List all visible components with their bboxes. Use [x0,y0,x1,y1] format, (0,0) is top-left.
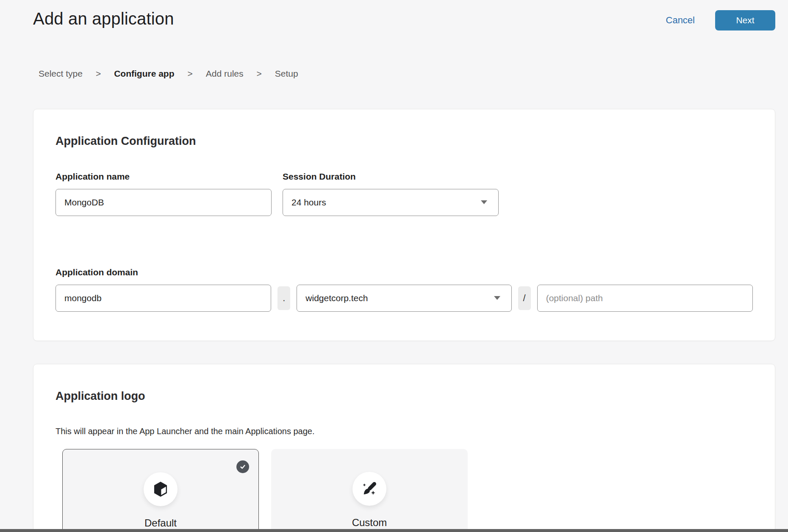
breadcrumb-step-add-rules[interactable]: Add rules [206,69,244,79]
application-logo-description: This will appear in the App Launcher and… [55,426,753,436]
application-logo-heading: Application logo [55,389,753,403]
session-duration-select[interactable]: 24 hours [283,189,499,216]
custom-logo-circle [352,472,386,506]
dot-separator: . [277,286,290,310]
cancel-button[interactable]: Cancel [666,15,695,26]
session-duration-label: Session Duration [283,171,499,182]
subdomain-input[interactable] [55,285,271,312]
logo-option-default[interactable]: Default [62,449,259,532]
selected-check-badge [236,460,249,473]
check-icon [239,463,246,470]
logo-option-custom[interactable]: Custom [271,449,468,532]
application-name-label: Application name [55,171,272,182]
breadcrumb-step-select-type[interactable]: Select type [39,69,83,79]
breadcrumb-step-setup[interactable]: Setup [275,69,298,79]
application-configuration-card: Application Configuration Application na… [33,109,775,341]
header-actions: Cancel Next [666,10,775,30]
logo-option-default-label: Default [144,517,177,529]
breadcrumb-separator: > [188,69,193,79]
breadcrumb: Select type > Configure app > Add rules … [39,69,788,79]
path-input[interactable] [537,285,753,312]
slash-separator: / [518,286,531,310]
default-logo-circle [144,472,178,506]
domain-select[interactable]: widgetcorp.tech [297,285,511,312]
breadcrumb-separator: > [256,69,261,79]
domain-value: widgetcorp.tech [305,293,368,303]
next-button[interactable]: Next [715,10,775,30]
bottom-edge-band [0,529,788,532]
application-name-input[interactable] [55,189,272,216]
chevron-down-icon [494,296,500,300]
application-configuration-heading: Application Configuration [55,134,753,148]
session-duration-value: 24 hours [291,197,326,208]
page-header: Add an application Cancel Next [0,0,788,30]
page-title: Add an application [33,9,174,28]
application-domain-label: Application domain [55,267,753,278]
application-logo-card: Application logo This will appear in the… [33,364,775,532]
breadcrumb-separator: > [96,69,101,79]
cube-icon [152,480,169,498]
breadcrumb-step-configure-app[interactable]: Configure app [114,69,174,79]
logo-option-custom-label: Custom [352,517,387,529]
paintbrush-icon [361,480,378,498]
chevron-down-icon [481,200,487,205]
logo-options: Default Custom [62,449,753,532]
